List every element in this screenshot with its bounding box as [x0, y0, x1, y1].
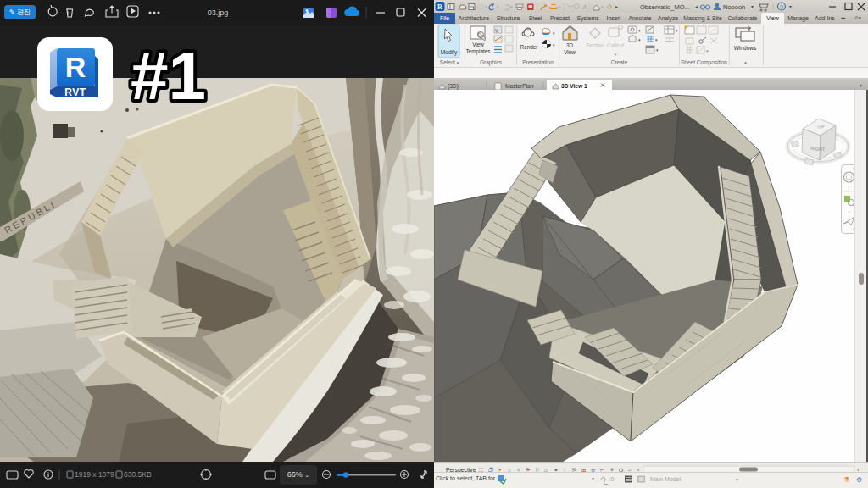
svg-text:{3D}: {3D}: [448, 83, 459, 90]
svg-text:▾: ▾: [485, 4, 487, 9]
svg-text:V: V: [495, 28, 498, 33]
svg-text:Main Model: Main Model: [650, 476, 682, 482]
svg-text:▾: ▾: [751, 4, 754, 9]
svg-text:View: View: [472, 42, 484, 47]
svg-text:▾: ▾: [676, 28, 678, 33]
svg-text:MasterPlan: MasterPlan: [505, 83, 534, 89]
svg-text:▾: ▾: [601, 4, 604, 9]
svg-text:?: ?: [780, 4, 783, 10]
svg-text:⚙: ⚙: [856, 476, 862, 484]
svg-text:Render: Render: [520, 44, 539, 50]
svg-text:Click to select, TAB for: Click to select, TAB for: [436, 475, 496, 481]
svg-text:Callout: Callout: [607, 42, 624, 48]
svg-text:▾: ▾: [736, 477, 738, 482]
svg-text:▾: ▾: [655, 37, 658, 42]
svg-text:▾: ▾: [860, 83, 862, 88]
svg-text:Nooooh: Nooooh: [723, 3, 745, 11]
svg-text:⚗: ⚗: [843, 476, 849, 484]
svg-text:R: R: [437, 3, 442, 11]
svg-text:▾: ▾: [497, 4, 499, 9]
svg-text::0: :0: [609, 476, 615, 482]
svg-text:RIGHT: RIGHT: [810, 146, 826, 152]
svg-text:R: R: [65, 51, 86, 83]
svg-text:▾: ▾: [592, 476, 594, 481]
svg-text:▾: ▾: [559, 4, 561, 9]
svg-text:Section: Section: [586, 42, 604, 48]
svg-text:1919 x 1079: 1919 x 1079: [75, 470, 114, 479]
svg-text:Templates: Templates: [465, 48, 490, 55]
svg-text:Observatio_MO...: Observatio_MO...: [640, 3, 690, 11]
svg-text:▾: ▾: [615, 52, 617, 57]
svg-text:▾: ▾: [706, 48, 709, 53]
svg-text:▾: ▾: [638, 28, 641, 33]
svg-text:3D: 3D: [566, 42, 574, 48]
svg-text:▸: ▸: [615, 4, 618, 9]
svg-text:▾: ▾: [789, 4, 792, 9]
svg-text:▾: ▾: [638, 37, 641, 42]
svg-text:View: View: [564, 49, 576, 55]
svg-text:Modify: Modify: [441, 49, 458, 56]
svg-text:RVT: RVT: [64, 86, 86, 98]
svg-text:630.5KB: 630.5KB: [124, 470, 152, 479]
svg-text:◂: ◂: [695, 4, 698, 9]
svg-text:#1: #1: [131, 38, 206, 114]
svg-text:▾: ▾: [510, 4, 513, 9]
svg-text:▾: ▾: [553, 30, 555, 36]
svg-text:▾: ▾: [553, 42, 555, 47]
svg-text:A: A: [582, 3, 587, 11]
svg-text:Windows: Windows: [734, 45, 757, 51]
svg-text:3D View 1: 3D View 1: [561, 83, 587, 89]
svg-text:▾: ▾: [656, 47, 659, 53]
